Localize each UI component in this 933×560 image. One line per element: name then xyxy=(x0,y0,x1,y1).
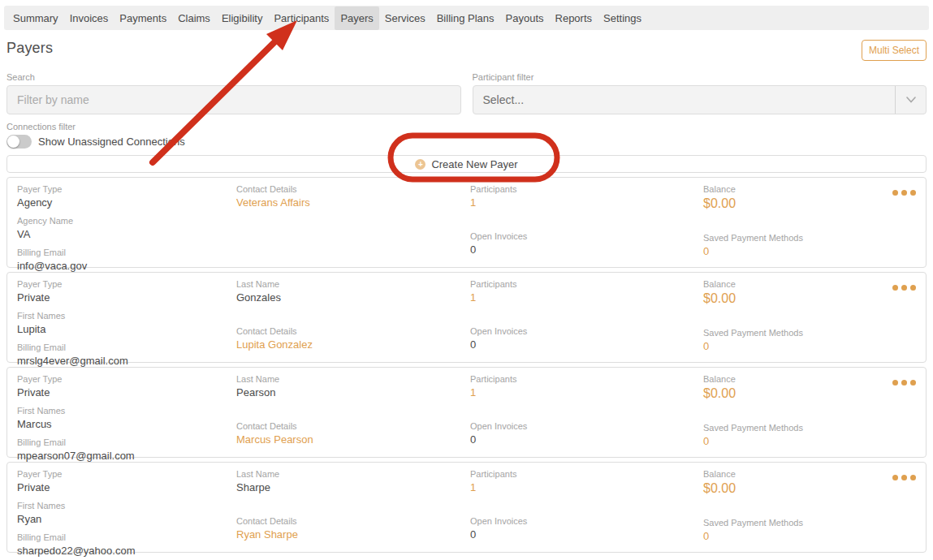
balance-label: Balance xyxy=(703,374,892,385)
multi-select-button[interactable]: Multi Select xyxy=(862,40,927,61)
open-invoices-value: 0 xyxy=(470,433,703,446)
balance-label: Balance xyxy=(703,184,892,195)
participants-label: Participants xyxy=(470,279,703,290)
last-name-value: Pearson xyxy=(236,386,470,399)
search-label: Search xyxy=(6,72,461,82)
billing-email-label: Billing Email xyxy=(17,342,236,353)
tab-summary[interactable]: Summary xyxy=(7,6,64,30)
payer-card-gonzales: Payer Type Private First Names Lupita Bi… xyxy=(6,272,927,363)
saved-payment-methods-value[interactable]: 0 xyxy=(703,434,892,448)
tab-participants[interactable]: Participants xyxy=(268,6,335,30)
balance-value: $0.00 xyxy=(703,291,892,306)
balance-value: $0.00 xyxy=(703,480,892,496)
contact-details-link[interactable]: Marcus Pearson xyxy=(236,433,470,446)
create-new-payer-button[interactable]: + Create New Payer xyxy=(6,155,927,173)
connections-filter-group: Connections filter Show Unassigned Conne… xyxy=(6,122,927,149)
payer-card-sharpe: Payer Type Private First Names Ryan Bill… xyxy=(6,462,927,553)
saved-payment-methods-label: Saved Payment Methods xyxy=(703,233,892,243)
participants-label: Participants xyxy=(470,469,703,480)
participant-filter-label: Participant filter xyxy=(473,72,927,82)
last-name-value: Gonzales xyxy=(236,291,470,304)
first-names-label: First Names xyxy=(17,501,236,511)
open-invoices-label: Open Invoices xyxy=(470,231,703,242)
tab-eligibility[interactable]: Eligibility xyxy=(216,6,269,30)
participants-label: Participants xyxy=(470,184,703,195)
top-nav-bar: Summary Invoices Payments Claims Eligibi… xyxy=(4,6,929,30)
billing-email-value: info@vaca.gov xyxy=(17,259,236,273)
saved-payment-methods-label: Saved Payment Methods xyxy=(703,518,892,528)
last-name-label: Last Name xyxy=(236,279,470,290)
card-menu-kebab-icon[interactable] xyxy=(892,279,916,368)
contact-details-link[interactable]: Veterans Affairs xyxy=(236,196,470,209)
agency-name-label: Agency Name xyxy=(17,216,236,226)
participants-value[interactable]: 1 xyxy=(470,480,703,494)
participant-filter-select[interactable]: Select... xyxy=(473,85,927,114)
balance-label: Balance xyxy=(703,279,892,290)
plus-icon: + xyxy=(415,159,425,170)
tab-payouts[interactable]: Payouts xyxy=(500,6,550,30)
card-menu-kebab-icon[interactable] xyxy=(892,184,916,273)
first-names-label: First Names xyxy=(17,406,236,416)
saved-payment-methods-value[interactable]: 0 xyxy=(703,244,892,258)
open-invoices-value: 0 xyxy=(470,338,703,351)
payer-type-value: Private xyxy=(17,480,236,494)
open-invoices-value: 0 xyxy=(470,243,703,256)
billing-email-value: mpearson07@gmail.com xyxy=(17,449,236,463)
last-name-label: Last Name xyxy=(236,469,470,480)
contact-details-label: Contact Details xyxy=(236,421,470,432)
balance-label: Balance xyxy=(703,469,892,480)
payer-type-label: Payer Type xyxy=(17,279,236,290)
contact-details-label: Contact Details xyxy=(236,326,470,337)
contact-details-link[interactable]: Lupita Gonzalez xyxy=(236,338,470,351)
participant-filter-group: Participant filter Select... xyxy=(473,72,927,114)
open-invoices-value: 0 xyxy=(470,528,703,541)
billing-email-label: Billing Email xyxy=(17,248,236,258)
card-menu-kebab-icon[interactable] xyxy=(892,374,916,463)
card-menu-kebab-icon[interactable] xyxy=(892,469,916,558)
billing-email-label: Billing Email xyxy=(17,532,236,543)
balance-value: $0.00 xyxy=(703,386,892,401)
tab-billing-plans[interactable]: Billing Plans xyxy=(431,6,500,30)
payer-type-label: Payer Type xyxy=(17,184,236,195)
saved-payment-methods-label: Saved Payment Methods xyxy=(703,423,892,433)
saved-payment-methods-value[interactable]: 0 xyxy=(703,339,892,353)
open-invoices-label: Open Invoices xyxy=(470,421,703,432)
tab-claims[interactable]: Claims xyxy=(172,6,216,30)
billing-email-value: sharpedo22@yahoo.com xyxy=(17,544,236,558)
payer-type-label: Payer Type xyxy=(17,469,236,480)
first-names-label: First Names xyxy=(17,311,236,321)
participants-value[interactable]: 1 xyxy=(470,291,703,304)
payer-type-label: Payer Type xyxy=(17,374,236,385)
tab-payments[interactable]: Payments xyxy=(114,6,172,30)
balance-value: $0.00 xyxy=(703,196,892,211)
agency-name-value: VA xyxy=(17,227,236,241)
open-invoices-label: Open Invoices xyxy=(470,326,703,337)
participants-value[interactable]: 1 xyxy=(470,386,703,399)
first-names-value: Lupita xyxy=(17,322,236,336)
search-filter-group: Search xyxy=(6,72,461,114)
unassigned-connections-toggle[interactable] xyxy=(6,135,32,149)
open-invoices-label: Open Invoices xyxy=(470,516,703,527)
page-title: Payers xyxy=(6,40,53,57)
participants-label: Participants xyxy=(470,374,703,385)
contact-details-label: Contact Details xyxy=(236,516,470,527)
payer-type-value: Agency xyxy=(17,196,236,209)
tab-services[interactable]: Services xyxy=(379,6,431,30)
toggle-knob xyxy=(7,136,19,148)
create-new-payer-label: Create New Payer xyxy=(431,158,517,170)
first-names-value: Marcus xyxy=(17,417,236,431)
tab-invoices[interactable]: Invoices xyxy=(64,6,114,30)
contact-details-label: Contact Details xyxy=(236,184,470,195)
contact-details-link[interactable]: Ryan Sharpe xyxy=(236,528,470,541)
tab-payers[interactable]: Payers xyxy=(335,6,378,30)
chevron-down-icon[interactable] xyxy=(895,86,926,114)
participants-value[interactable]: 1 xyxy=(470,196,703,209)
participant-filter-value: Select... xyxy=(473,93,525,106)
last-name-label: Last Name xyxy=(236,374,470,385)
saved-payment-methods-value[interactable]: 0 xyxy=(703,529,892,543)
tab-reports[interactable]: Reports xyxy=(550,6,598,30)
billing-email-value: mrslg4ever@gmail.com xyxy=(17,354,236,368)
search-input[interactable] xyxy=(6,85,461,114)
connections-filter-label: Connections filter xyxy=(6,122,927,131)
tab-settings[interactable]: Settings xyxy=(598,6,647,30)
